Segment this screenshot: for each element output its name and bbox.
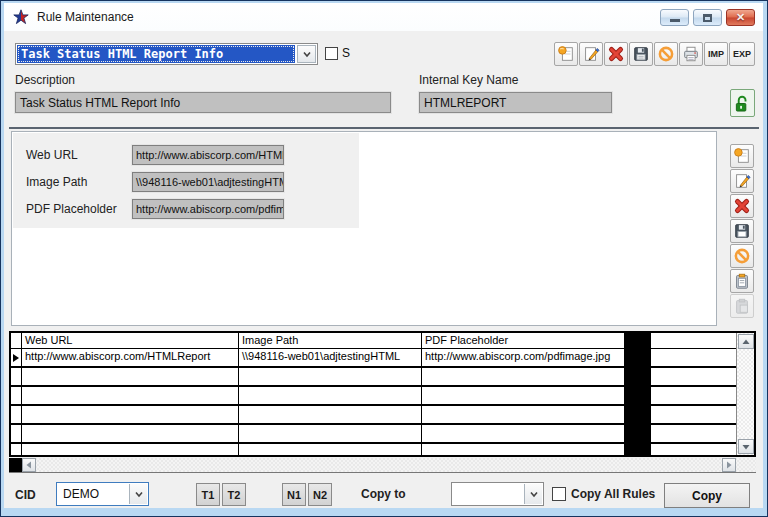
rules-grid: Web URL Image Path PDF Placeholder http:… xyxy=(9,331,756,457)
current-row-marker xyxy=(11,349,22,366)
delete-rule-button[interactable] xyxy=(604,42,628,66)
paste-detail-button[interactable] xyxy=(730,294,754,318)
image-path-field[interactable]: \\948116-web01\adjtestingHTML xyxy=(132,172,284,192)
save-rule-button[interactable] xyxy=(629,42,653,66)
close-button[interactable]: ✕ xyxy=(726,9,755,26)
grid-selector-header xyxy=(11,333,22,348)
paste-clipboard-icon xyxy=(733,297,751,315)
close-icon: ✕ xyxy=(736,12,745,23)
cid-dropdown[interactable]: DEMO xyxy=(56,482,149,506)
save-detail-button[interactable] xyxy=(730,219,754,243)
arrow-right-icon xyxy=(724,460,734,470)
image-path-label: Image Path xyxy=(26,175,87,189)
cell-pdf-placeholder[interactable]: http://www.abiscorp.com/pdfimage.jpg xyxy=(422,349,633,366)
t2-label: T2 xyxy=(228,489,241,501)
copy-to-value xyxy=(452,483,523,505)
n2-button[interactable]: N2 xyxy=(308,483,332,506)
printer-icon xyxy=(682,45,700,63)
description-label: Description xyxy=(15,73,75,87)
grid-vertical-scrollbar[interactable] xyxy=(736,333,754,455)
n2-label: N2 xyxy=(313,489,327,501)
grid-horizontal-scrollbar[interactable] xyxy=(9,458,756,473)
t1-button[interactable]: T1 xyxy=(196,483,220,506)
copy-button-label: Copy xyxy=(692,489,722,503)
window-title: Rule Maintenance xyxy=(37,10,134,24)
minimize-icon xyxy=(670,19,680,22)
scroll-up-button[interactable] xyxy=(738,334,754,349)
copy-to-label: Copy to xyxy=(361,487,406,501)
internal-key-field[interactable]: HTMLREPORT xyxy=(419,92,612,113)
copy-all-rules-checkbox[interactable] xyxy=(552,487,566,501)
s-checkbox[interactable] xyxy=(325,47,338,60)
n1-label: N1 xyxy=(287,489,301,501)
rule-maintenance-window: Rule Maintenance ✕ Task Status HTML Repo… xyxy=(0,0,768,517)
copy-all-rules-label: Copy All Rules xyxy=(571,487,655,501)
cell-image-path[interactable]: \\948116-web01\adjtestingHTML xyxy=(239,349,422,366)
grid-col-pdf-placeholder[interactable]: PDF Placeholder xyxy=(422,333,633,348)
minimize-button[interactable] xyxy=(660,9,689,26)
description-field[interactable]: Task Status HTML Report Info xyxy=(15,92,391,113)
new-rule-button[interactable] xyxy=(554,42,578,66)
new-document-icon xyxy=(557,45,575,63)
unlock-icon xyxy=(734,94,751,113)
maximize-icon xyxy=(703,14,712,22)
edit-detail-button[interactable] xyxy=(730,169,754,193)
rule-detail-panel: Web URL http://www.abiscorp.com/HTMLRepo… xyxy=(11,131,717,326)
copy-button[interactable]: Copy xyxy=(664,483,750,508)
edit-icon xyxy=(733,172,751,190)
grid-col-image-path[interactable]: Image Path xyxy=(239,333,422,348)
arrow-down-icon xyxy=(741,442,751,452)
new-detail-button[interactable] xyxy=(730,144,754,168)
import-button[interactable]: IMP xyxy=(704,42,728,66)
grid-col-web-url[interactable]: Web URL xyxy=(22,333,239,348)
rule-select-arrow[interactable] xyxy=(297,45,316,63)
copy-clipboard-icon xyxy=(733,272,751,290)
save-floppy-icon xyxy=(632,45,650,63)
copy-detail-button[interactable] xyxy=(730,269,754,293)
unlock-button[interactable] xyxy=(730,89,755,117)
export-label: EXP xyxy=(733,49,751,59)
edit-icon xyxy=(582,45,600,63)
cell-web-url[interactable]: http://www.abiscorp.com/HTMLReport xyxy=(22,349,239,366)
delete-x-icon xyxy=(607,45,625,63)
import-label: IMP xyxy=(708,49,724,59)
cid-value: DEMO xyxy=(57,483,128,505)
delete-detail-button[interactable] xyxy=(730,194,754,218)
scroll-down-button[interactable] xyxy=(738,439,754,454)
maximize-button[interactable] xyxy=(693,9,722,26)
t1-label: T1 xyxy=(202,489,215,501)
n1-button[interactable]: N1 xyxy=(282,483,306,506)
chevron-down-icon xyxy=(133,488,145,500)
pdf-placeholder-label: PDF Placeholder xyxy=(26,202,117,216)
scroll-left-button[interactable] xyxy=(22,458,36,472)
redacted-block xyxy=(9,458,22,472)
titlebar: Rule Maintenance ✕ xyxy=(4,3,763,31)
chevron-down-icon xyxy=(528,488,540,500)
arrow-left-icon xyxy=(24,460,34,470)
delete-x-icon xyxy=(733,197,751,215)
cid-dropdown-arrow[interactable] xyxy=(129,484,147,504)
web-url-field[interactable]: http://www.abiscorp.com/HTMLReport xyxy=(132,145,284,165)
new-document-icon xyxy=(733,147,751,165)
arrow-up-icon xyxy=(741,337,751,347)
cancel-button[interactable] xyxy=(654,42,678,66)
section-divider xyxy=(9,127,759,129)
web-url-label: Web URL xyxy=(26,148,78,162)
rule-select-dropdown[interactable]: Task Status HTML Report Info xyxy=(15,43,318,65)
copy-to-dropdown[interactable] xyxy=(451,482,544,506)
redacted-column xyxy=(624,333,651,455)
cid-label: CID xyxy=(15,488,36,502)
internal-key-label: Internal Key Name xyxy=(419,73,518,87)
print-button[interactable] xyxy=(679,42,703,66)
edit-rule-button[interactable] xyxy=(579,42,603,66)
app-star-icon xyxy=(13,9,29,25)
client-area: Task Status HTML Report Info S xyxy=(4,31,763,508)
t2-button[interactable]: T2 xyxy=(222,483,246,506)
copy-to-dropdown-arrow[interactable] xyxy=(524,484,542,504)
scroll-right-button[interactable] xyxy=(722,458,736,472)
export-button[interactable]: EXP xyxy=(729,42,755,66)
cancel-slash-icon xyxy=(657,45,675,63)
pdf-placeholder-field[interactable]: http://www.abiscorp.com/pdfimage.jpg xyxy=(132,199,284,219)
cancel-detail-button[interactable] xyxy=(730,244,754,268)
rule-select-value: Task Status HTML Report Info xyxy=(17,45,295,63)
